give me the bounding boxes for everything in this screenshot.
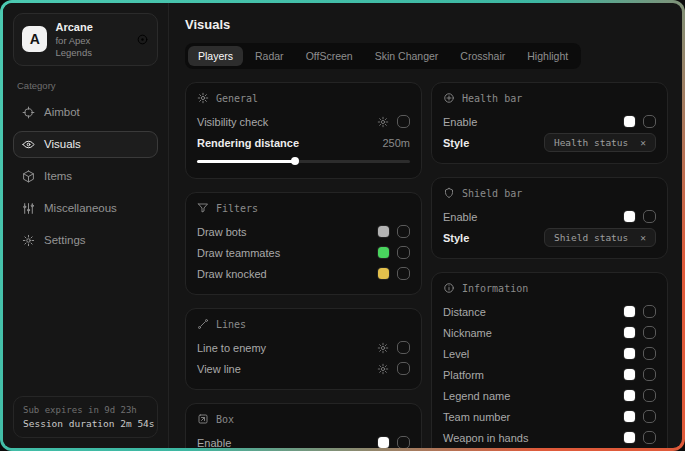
select-value: Health status bbox=[554, 137, 628, 148]
setting-controls bbox=[377, 115, 410, 128]
color-swatch[interactable] bbox=[624, 306, 635, 317]
setting-label: Draw teammates bbox=[197, 247, 280, 259]
shield-icon bbox=[443, 187, 455, 199]
style-select[interactable]: Health status✕ bbox=[544, 133, 656, 152]
info-icon bbox=[443, 282, 455, 294]
gear-icon[interactable] bbox=[377, 116, 389, 128]
checkbox[interactable] bbox=[643, 347, 656, 360]
setting-label: Team number bbox=[443, 411, 510, 423]
slider-thumb[interactable] bbox=[291, 157, 299, 165]
checkbox[interactable] bbox=[643, 326, 656, 339]
setting-controls bbox=[624, 410, 656, 423]
tab-highlight[interactable]: Highlight bbox=[517, 46, 578, 66]
app-header: A Arcane for Apex Legends bbox=[13, 13, 158, 66]
settings-columns: GeneralVisibility checkRendering distanc… bbox=[185, 82, 668, 448]
page-title: Visuals bbox=[185, 17, 668, 32]
sidebar-item-label: Items bbox=[44, 170, 72, 182]
sidebar-item-label: Settings bbox=[44, 234, 86, 246]
app-meta: Arcane for Apex Legends bbox=[55, 21, 128, 58]
setting-row: Enable bbox=[197, 432, 410, 448]
checkbox[interactable] bbox=[643, 210, 656, 223]
sidebar-item-visuals[interactable]: Visuals bbox=[13, 131, 158, 158]
target-icon[interactable] bbox=[136, 33, 149, 46]
color-swatch[interactable] bbox=[378, 247, 389, 258]
color-swatch[interactable] bbox=[624, 348, 635, 359]
checkbox[interactable] bbox=[397, 225, 410, 238]
tab-players[interactable]: Players bbox=[188, 46, 243, 66]
setting-label: Distance bbox=[443, 306, 486, 318]
section-title: Filters bbox=[216, 203, 258, 214]
setting-label: Platform bbox=[443, 369, 484, 381]
tab-crosshair[interactable]: Crosshair bbox=[450, 46, 515, 66]
setting-row: Rendering distance250m bbox=[197, 132, 410, 153]
sidebar-item-items[interactable]: Items bbox=[13, 163, 158, 190]
rendering-distance-slider[interactable] bbox=[197, 156, 410, 166]
line-icon bbox=[197, 318, 209, 330]
sidebar-item-miscellaneous[interactable]: Miscellaneous bbox=[13, 195, 158, 222]
cube-icon bbox=[22, 170, 35, 183]
checkbox[interactable] bbox=[643, 115, 656, 128]
gear-icon[interactable] bbox=[377, 342, 389, 354]
section-title: Health bar bbox=[462, 93, 522, 104]
tab-skin-changer[interactable]: Skin Changer bbox=[365, 46, 449, 66]
gear-icon bbox=[22, 234, 35, 247]
setting-controls bbox=[624, 389, 656, 402]
color-swatch[interactable] bbox=[378, 226, 389, 237]
color-swatch[interactable] bbox=[378, 268, 389, 279]
close-icon[interactable]: ✕ bbox=[640, 137, 646, 148]
main-panel: Visuals PlayersRadarOffScreenSkin Change… bbox=[169, 3, 682, 448]
checkbox[interactable] bbox=[397, 246, 410, 259]
slider-fill bbox=[197, 160, 295, 163]
color-swatch[interactable] bbox=[378, 437, 389, 448]
sidebar-item-settings[interactable]: Settings bbox=[13, 227, 158, 254]
color-swatch[interactable] bbox=[624, 116, 635, 127]
setting-controls bbox=[378, 267, 410, 280]
color-swatch[interactable] bbox=[624, 432, 635, 443]
style-select[interactable]: Shield status✕ bbox=[544, 228, 656, 247]
checkbox[interactable] bbox=[397, 362, 410, 375]
checkbox[interactable] bbox=[643, 410, 656, 423]
checkbox[interactable] bbox=[397, 115, 410, 128]
crosshair-icon bbox=[22, 106, 35, 119]
setting-label: Enable bbox=[443, 211, 477, 223]
sidebar: A Arcane for Apex Legends Category Aimbo… bbox=[3, 3, 169, 448]
setting-row: Platform bbox=[443, 364, 656, 385]
setting-row: Legend name bbox=[443, 385, 656, 406]
gear-icon[interactable] bbox=[377, 363, 389, 375]
tab-offscreen[interactable]: OffScreen bbox=[296, 46, 363, 66]
checkbox[interactable] bbox=[397, 267, 410, 280]
window-frame: A Arcane for Apex Legends Category Aimbo… bbox=[0, 0, 685, 451]
setting-label: Visibility check bbox=[197, 116, 268, 128]
checkbox[interactable] bbox=[397, 436, 410, 448]
color-swatch[interactable] bbox=[624, 369, 635, 380]
sidebar-item-label: Aimbot bbox=[44, 106, 80, 118]
setting-controls bbox=[624, 305, 656, 318]
setting-controls: Shield status✕ bbox=[544, 228, 656, 247]
tab-radar[interactable]: Radar bbox=[245, 46, 294, 66]
slider-value: 250m bbox=[382, 137, 410, 149]
setting-row: StyleHealth status✕ bbox=[443, 132, 656, 153]
checkbox[interactable] bbox=[643, 368, 656, 381]
setting-controls bbox=[624, 326, 656, 339]
checkbox[interactable] bbox=[397, 341, 410, 354]
gear-icon bbox=[197, 92, 209, 104]
section-title: Information bbox=[462, 283, 528, 294]
category-label: Category bbox=[17, 80, 154, 91]
checkbox[interactable] bbox=[643, 389, 656, 402]
color-swatch[interactable] bbox=[624, 327, 635, 338]
setting-row: StyleShield status✕ bbox=[443, 227, 656, 248]
setting-row: Line to enemy bbox=[197, 337, 410, 358]
color-swatch[interactable] bbox=[624, 211, 635, 222]
color-swatch[interactable] bbox=[624, 411, 635, 422]
setting-label: Enable bbox=[443, 116, 477, 128]
close-icon[interactable]: ✕ bbox=[640, 232, 646, 243]
sidebar-item-aimbot[interactable]: Aimbot bbox=[13, 99, 158, 126]
setting-controls bbox=[378, 436, 410, 448]
checkbox[interactable] bbox=[643, 431, 656, 444]
settings-column: Health barEnableStyleHealth status✕Shiel… bbox=[431, 82, 668, 448]
checkbox[interactable] bbox=[643, 305, 656, 318]
setting-label: View line bbox=[197, 363, 241, 375]
subscription-info: Sub expires in 9d 23h Session duration 2… bbox=[13, 396, 158, 438]
color-swatch[interactable] bbox=[624, 390, 635, 401]
setting-label: Level bbox=[443, 348, 469, 360]
